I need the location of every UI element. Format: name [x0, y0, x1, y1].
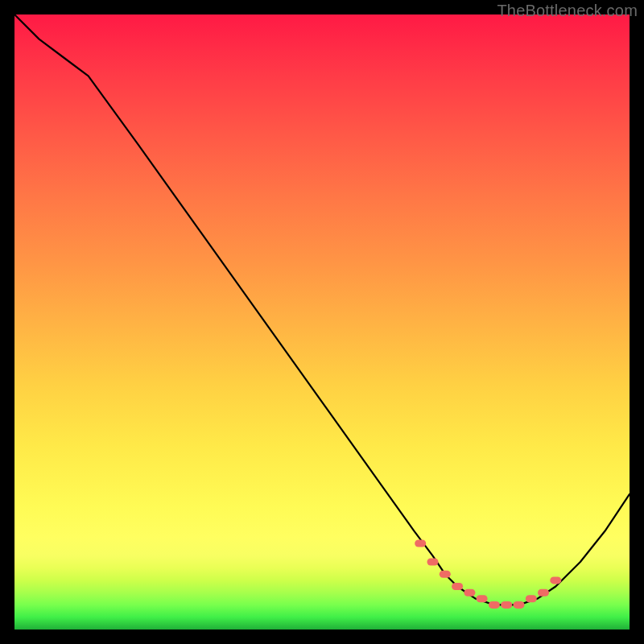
chart-container: TheBottleneck.com: [0, 0, 644, 644]
marker-dot: [464, 589, 475, 597]
watermark-text: TheBottleneck.com: [497, 2, 638, 20]
marker-dot: [427, 559, 439, 566]
marker-dot: [526, 595, 537, 602]
marker-dot: [415, 540, 426, 547]
marker-dot: [477, 595, 488, 602]
marker-dot: [489, 601, 500, 609]
chart-svg: [14, 14, 630, 630]
line-series: [14, 14, 630, 605]
marker-dot: [538, 589, 549, 597]
marker-dot: [514, 601, 525, 609]
marker-dot: [452, 583, 463, 590]
bottleneck-curve: [14, 14, 630, 605]
marker-dot: [440, 571, 451, 578]
marker-dot: [550, 576, 561, 584]
marker-dot: [501, 601, 512, 609]
plot-area: [14, 14, 630, 630]
